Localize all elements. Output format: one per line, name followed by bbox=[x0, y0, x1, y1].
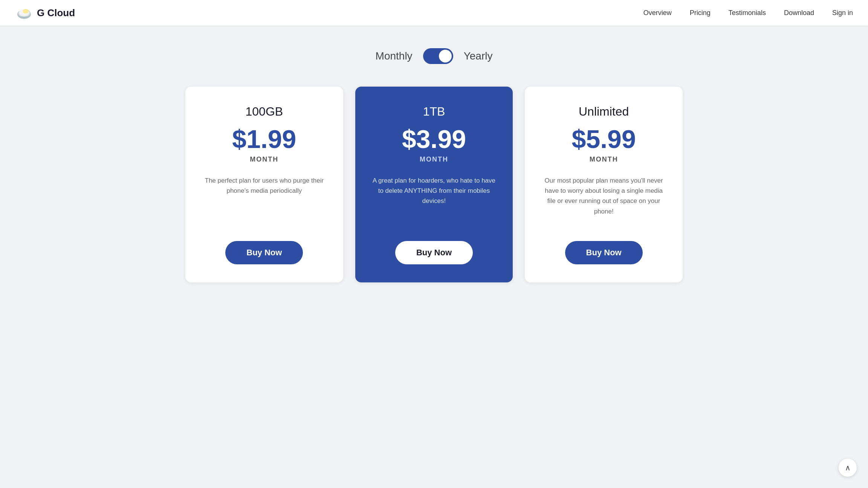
plan-period-1tb: MONTH bbox=[420, 156, 448, 163]
chevron-up-icon: ∧ bbox=[845, 463, 851, 472]
plan-description-unlimited: Our most popular plan means you'll never… bbox=[540, 175, 668, 233]
nav-download[interactable]: Download bbox=[784, 9, 814, 17]
yearly-label: Yearly bbox=[464, 50, 493, 62]
logo-icon bbox=[15, 4, 33, 22]
plan-card-1tb: 1TB $3.99 MONTH A great plan for hoarder… bbox=[355, 87, 513, 282]
pricing-cards: 100GB $1.99 MONTH The perfect plan for u… bbox=[185, 87, 683, 282]
buy-button-unlimited[interactable]: Buy Now bbox=[565, 241, 643, 264]
buy-button-100gb[interactable]: Buy Now bbox=[225, 241, 303, 264]
nav-overview[interactable]: Overview bbox=[643, 9, 672, 17]
plan-period-100gb: MONTH bbox=[250, 156, 278, 163]
billing-toggle-section: Monthly Yearly bbox=[185, 48, 683, 64]
buy-button-1tb[interactable]: Buy Now bbox=[395, 241, 473, 264]
svg-point-5 bbox=[20, 9, 29, 15]
nav-signin[interactable]: Sign in bbox=[832, 9, 853, 17]
plan-period-unlimited: MONTH bbox=[590, 156, 618, 163]
plan-storage-1tb: 1TB bbox=[423, 105, 445, 119]
plan-storage-100gb: 100GB bbox=[246, 105, 283, 119]
plan-description-1tb: A great plan for hoarders, who hate to h… bbox=[370, 175, 498, 233]
navbar: G Cloud Overview Pricing Testimonials Do… bbox=[0, 0, 868, 26]
nav-links: Overview Pricing Testimonials Download S… bbox=[643, 9, 853, 17]
plan-price-unlimited: $5.99 bbox=[572, 126, 636, 152]
plan-card-unlimited: Unlimited $5.99 MONTH Our most popular p… bbox=[525, 87, 683, 282]
plan-price-1tb: $3.99 bbox=[402, 126, 466, 152]
logo-text: G Cloud bbox=[37, 7, 75, 19]
nav-testimonials[interactable]: Testimonials bbox=[729, 9, 766, 17]
plan-storage-unlimited: Unlimited bbox=[579, 105, 629, 119]
logo: G Cloud bbox=[15, 4, 75, 22]
billing-toggle[interactable] bbox=[423, 48, 453, 64]
plan-card-100gb: 100GB $1.99 MONTH The perfect plan for u… bbox=[185, 87, 343, 282]
scroll-to-top-button[interactable]: ∧ bbox=[839, 459, 857, 477]
plan-description-100gb: The perfect plan for users who purge the… bbox=[200, 175, 328, 233]
monthly-label: Monthly bbox=[376, 50, 413, 62]
main-content: Monthly Yearly 100GB $1.99 MONTH The per… bbox=[170, 26, 698, 313]
toggle-track bbox=[423, 48, 453, 64]
toggle-thumb bbox=[439, 50, 452, 63]
nav-pricing[interactable]: Pricing bbox=[690, 9, 711, 17]
plan-price-100gb: $1.99 bbox=[232, 126, 296, 152]
